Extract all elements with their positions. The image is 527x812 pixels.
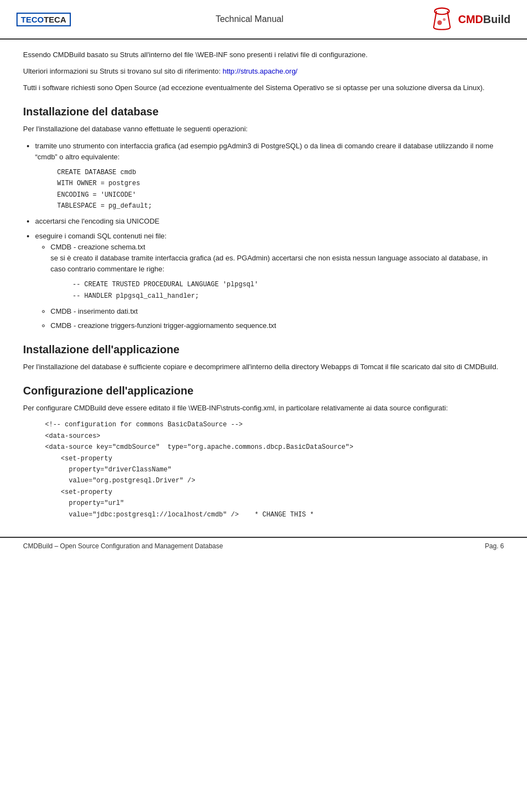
section2-text: Per l'installazione del database è suffi… bbox=[23, 361, 504, 372]
svg-point-0 bbox=[435, 8, 450, 15]
teco-text: TECO bbox=[21, 15, 44, 24]
page-footer: CMDBuild – Open Source Configuration and… bbox=[0, 537, 527, 554]
svg-point-2 bbox=[443, 18, 446, 21]
intro2-text: Ulteriori informazioni su Struts si trov… bbox=[23, 67, 222, 75]
tecnoteca-box: TECO TECA bbox=[16, 13, 71, 26]
tecnoteca-logo: TECO TECA bbox=[16, 13, 71, 26]
section1-intro: Per l'installazione del database vanno e… bbox=[23, 124, 504, 135]
sub1-label: CMDB - creazione schema.txt bbox=[51, 243, 145, 251]
struts-link[interactable]: http://struts.apache.org/ bbox=[222, 67, 298, 75]
sub-list-item-1: CMDB - creazione schema.txt se si è crea… bbox=[51, 242, 504, 302]
sub-list-item-2: CMDB - inserimento dati.txt bbox=[51, 306, 504, 317]
sub-list-item-3: CMDB - creazione triggers-funzioni trigg… bbox=[51, 320, 504, 331]
section3-intro: Per configurare CMDBuild deve essere edi… bbox=[23, 403, 504, 414]
sub1-text: se si è creato il database tramite inter… bbox=[51, 254, 487, 273]
cmd-text: CMD bbox=[458, 13, 483, 25]
page-header: TECO TECA Technical Manual CMDBuild bbox=[0, 0, 527, 40]
document-title: Technical Manual bbox=[216, 14, 284, 24]
code-block-1: CREATE DATABASE cmdb WITH OWNER = postgr… bbox=[57, 167, 504, 212]
code-block-3: <!-- configuration for commons BasicData… bbox=[45, 419, 504, 520]
page-content: Essendo CMDBuild basato su Struts all'in… bbox=[0, 49, 527, 520]
svg-point-1 bbox=[438, 20, 442, 25]
main-list: tramite uno strumento con interfaccia gr… bbox=[35, 141, 504, 332]
footer-right: Pag. 6 bbox=[485, 542, 504, 550]
intro-paragraph-2: Ulteriori informazioni su Struts si trov… bbox=[23, 66, 504, 77]
sub-list: CMDB - creazione schema.txt se si è crea… bbox=[51, 242, 504, 331]
cmdbuild-logo: CMDBuild bbox=[428, 5, 511, 33]
list-item-3: eseguire i comandi SQL contenuti nei fil… bbox=[35, 231, 504, 332]
footer-left: CMDBuild – Open Source Configuration and… bbox=[23, 542, 223, 550]
list-item-1: tramite uno strumento con interfaccia gr… bbox=[35, 141, 504, 212]
intro-paragraph-1: Essendo CMDBuild basato su Struts all'in… bbox=[23, 49, 504, 60]
cmdbuild-icon-svg bbox=[428, 5, 456, 33]
section1-title: Installazione del database bbox=[23, 105, 504, 118]
intro-paragraph-3: Tutti i software richiesti sono Open Sou… bbox=[23, 82, 504, 93]
teca-text: TECA bbox=[44, 15, 66, 24]
section3-title: Configurazione dell'applicazione bbox=[23, 385, 504, 397]
cmdbuild-brand-text: CMDBuild bbox=[458, 13, 511, 26]
code-block-2: -- CREATE TRUSTED PROCEDURAL LANGUAGE 'p… bbox=[72, 279, 504, 302]
build-text: Build bbox=[483, 13, 511, 25]
section2-title: Installazione dell'applicazione bbox=[23, 343, 504, 356]
list-item-2: accertarsi che l'encoding sia UNICODE bbox=[35, 216, 504, 227]
